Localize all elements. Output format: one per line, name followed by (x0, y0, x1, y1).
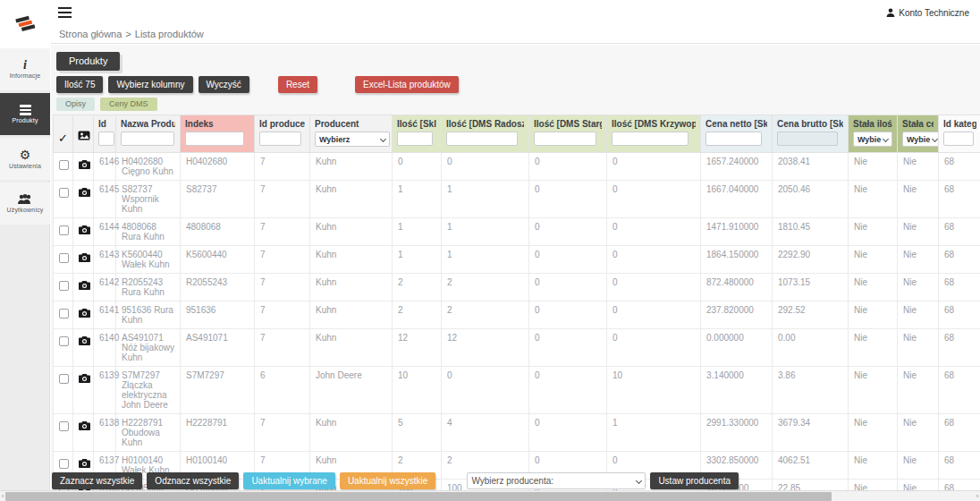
cell-qty-stargard: 0 (529, 153, 607, 181)
cell-producer-id: 7 (255, 414, 310, 452)
row-checkbox[interactable] (59, 188, 69, 198)
cell-name: AS491071 Nóż bijakowy Kuhn (116, 329, 181, 367)
cell-producer-id: 7 (255, 274, 310, 301)
table-row: 61444808068 Rura Kuhn48080687Kuhn1100147… (54, 218, 980, 246)
col-header-qty-krzywoploty: Ilość [DMS Krzywopłoty] (607, 115, 701, 153)
filter-input-brutto[interactable] (777, 132, 838, 146)
cell-stala-cena: Nie (898, 246, 939, 274)
cell-index: S7M7297 (181, 367, 255, 414)
account-menu[interactable]: Konto Techniczne (886, 8, 969, 18)
camera-icon[interactable] (79, 460, 90, 470)
table-row: 6142R2055243 Rura KuhnR20552437Kuhn22008… (54, 274, 980, 301)
cell-name: S7M7297 Złączka elektryczna John Deere (116, 367, 181, 414)
filter-input-qty-radoszyn[interactable] (446, 132, 518, 146)
clear-button[interactable]: Wyczyść (199, 76, 249, 93)
chevron-down-icon (883, 136, 889, 142)
deselect-all-button[interactable]: Odznacz wszystkie (147, 472, 239, 489)
camera-icon[interactable] (79, 310, 90, 319)
scrollbar-thumb[interactable] (5, 492, 832, 501)
row-checkbox[interactable] (59, 309, 69, 318)
sidebar-item-ustawienia[interactable]: ⚙ Ustawienia (0, 138, 50, 180)
content-area: Produkty Ilość 75 Wybierz kolumny Wyczyś… (51, 45, 980, 501)
filter-input-kategoria[interactable] (943, 132, 974, 146)
filter-input-qty-stargard[interactable] (534, 132, 596, 146)
row-checkbox[interactable] (59, 160, 69, 170)
cell-qty-stargard: 0 (529, 329, 607, 367)
filter-input-name[interactable] (121, 132, 174, 146)
producer-filter-select[interactable]: Wybierz (315, 132, 390, 147)
filter-input-index[interactable] (185, 132, 244, 146)
col-header-qty-stargard: Ilość [DMS Stargard] (529, 115, 607, 153)
cell-producer: John Deere (310, 367, 393, 414)
filter-input-netto[interactable] (705, 132, 762, 146)
col-header-stala-ilosc: Stała ilość Wybierz (849, 115, 898, 153)
users-icon (17, 194, 33, 205)
opisy-button[interactable]: Opisy (56, 98, 95, 111)
scroll-right-arrow-icon[interactable]: › (975, 491, 980, 501)
row-checkbox[interactable] (59, 225, 69, 235)
camera-icon[interactable] (79, 226, 90, 236)
sidebar-item-informacje[interactable]: i Informacje (0, 48, 50, 90)
cell-qty-radoszyn: 2 (442, 274, 529, 301)
filter-input-qty-krzywoploty[interactable] (612, 132, 689, 146)
stala-ilosc-filter-select[interactable]: Wybierz (853, 132, 892, 147)
horizontal-scrollbar[interactable]: ‹ › (0, 490, 980, 501)
camera-icon[interactable] (79, 161, 90, 171)
cell-qty-stargard: 0 (529, 414, 607, 452)
row-checkbox[interactable] (59, 421, 69, 431)
select-all-button[interactable]: Zaznacz wszystkie (52, 472, 142, 489)
camera-icon[interactable] (79, 375, 90, 385)
stala-cena-filter-select[interactable]: Wybierz (902, 132, 942, 147)
cell-qty-krzywoploty: 0 (607, 329, 701, 367)
filter-input-id[interactable] (98, 132, 114, 146)
sidebar-item-produkty[interactable]: Produkty (0, 93, 50, 135)
cell-qty-radoszyn: 12 (442, 329, 529, 367)
camera-icon[interactable] (79, 282, 90, 292)
col-header-qty-radoszyn: Ilość [DMS Radoszyn] (442, 115, 529, 153)
cell-producer-id: 7 (255, 181, 310, 218)
filter-input-qty-sklep[interactable] (397, 132, 433, 146)
update-all-button[interactable]: Uaktualnij wszystkie (340, 472, 435, 489)
row-checkbox[interactable] (59, 281, 69, 291)
cell-name: H2228791 Obudowa Kuhn (116, 414, 181, 452)
sidebar-item-label: Informacje (10, 72, 41, 79)
camera-icon[interactable] (79, 189, 90, 199)
update-selected-button[interactable]: Uaktualnij wybrane (243, 472, 335, 489)
cell-qty-stargard: 0 (529, 246, 607, 274)
cell-name: R2055243 Rura Kuhn (116, 274, 181, 301)
tab-produkty[interactable]: Produkty (56, 52, 120, 71)
sidebar-item-label: Ustawienia (9, 163, 41, 169)
camera-icon[interactable] (79, 422, 90, 432)
breadcrumb-home-link[interactable]: Strona główna (59, 29, 122, 39)
cell-kategoria: 68 (939, 153, 980, 181)
select-all-check-icon[interactable]: ✓ (58, 132, 68, 145)
col-header-producer-id: Id producenta (255, 115, 310, 153)
row-checkbox[interactable] (59, 253, 69, 263)
excel-export-button[interactable]: Excel-Lista produktów (355, 76, 459, 93)
cell-kategoria: 68 (939, 246, 980, 274)
menu-toggle-icon[interactable] (58, 7, 72, 18)
cell-brutto: 0.00 (773, 329, 849, 367)
app-logo[interactable] (0, 0, 50, 48)
row-checkbox[interactable] (59, 374, 69, 384)
filter-input-producer-id[interactable] (259, 132, 301, 146)
col-header-stala-cena: Stała cena Wybierz (898, 115, 939, 153)
row-checkbox[interactable] (59, 459, 69, 469)
set-producer-button[interactable]: Ustaw producenta (650, 472, 739, 489)
camera-icon[interactable] (79, 337, 90, 347)
cell-stala-ilosc: Nie (849, 153, 898, 181)
count-button[interactable]: Ilość 75 (56, 76, 103, 93)
ceny-dms-button[interactable]: Ceny DMS (100, 98, 157, 111)
sidebar-item-uzytkownicy[interactable]: Użytkownicy (0, 183, 50, 225)
row-checkbox[interactable] (59, 336, 69, 346)
table-row: 6146H0402680 Cięgno KuhnH04026807Kuhn000… (54, 153, 980, 181)
list-icon (20, 105, 31, 115)
camera-icon[interactable] (79, 254, 90, 264)
reset-button[interactable]: Reset (278, 76, 317, 93)
cell-stala-ilosc: Nie (849, 367, 898, 414)
choose-columns-button[interactable]: Wybierz kolumny (108, 76, 192, 93)
cell-netto: 1864.150000 (701, 246, 773, 274)
cell-stala-ilosc: Nie (849, 274, 898, 301)
cell-brutto: 3.86 (773, 367, 849, 414)
producer-assign-select[interactable]: Wybierz producenta: (467, 472, 646, 489)
